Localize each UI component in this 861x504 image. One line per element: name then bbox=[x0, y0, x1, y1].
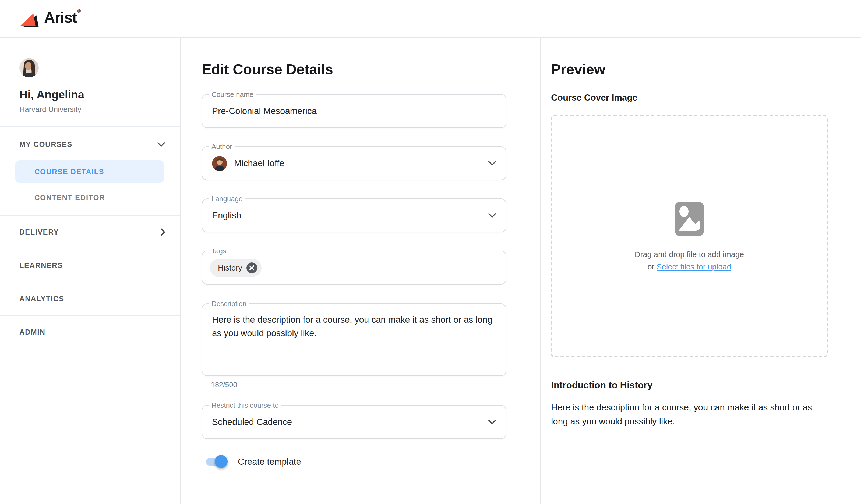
description-textarea[interactable]: Here is the description for a course, yo… bbox=[212, 313, 496, 366]
language-select[interactable]: Language English bbox=[202, 198, 506, 233]
course-name-label: Course name bbox=[209, 90, 256, 99]
author-value: Michael Ioffe bbox=[234, 158, 284, 168]
select-files-link[interactable]: Select files for upload bbox=[657, 262, 731, 271]
preview-course-title: Introduction to History bbox=[551, 380, 845, 391]
author-label: Author bbox=[209, 142, 235, 152]
description-field[interactable]: Description Here is the description for … bbox=[202, 303, 506, 376]
chevron-down-icon bbox=[488, 161, 496, 166]
dropzone-or-text: or bbox=[647, 262, 654, 271]
cover-image-label: Course Cover Image bbox=[551, 93, 845, 103]
sidebar-item-learners[interactable]: LEARNERS bbox=[0, 249, 180, 282]
arist-logo-icon bbox=[19, 12, 41, 28]
course-name-field[interactable]: Course name bbox=[202, 94, 506, 128]
page-title: Edit Course Details bbox=[202, 61, 506, 78]
sidebar-item-label: COURSE DETAILS bbox=[35, 168, 104, 176]
description-label: Description bbox=[209, 299, 249, 309]
sidebar-section-learners: LEARNERS bbox=[0, 249, 180, 282]
user-avatar bbox=[19, 58, 39, 78]
edit-course-panel: Edit Course Details Course name Author bbox=[181, 38, 541, 504]
restrict-select[interactable]: Restrict this course to Scheduled Cadenc… bbox=[202, 405, 506, 439]
cover-image-dropzone[interactable]: Drag and drop file to add image or Selec… bbox=[551, 115, 828, 357]
create-template-row: Create template bbox=[202, 454, 506, 469]
top-bar: Arist ® bbox=[0, 0, 861, 38]
restrict-label: Restrict this course to bbox=[209, 401, 282, 410]
sidebar-item-content-editor[interactable]: CONTENT EDITOR bbox=[35, 193, 164, 202]
sidebar-section-delivery: DELIVERY bbox=[0, 216, 180, 249]
sidebar-section-analytics: ANALYTICS bbox=[0, 282, 180, 316]
sidebar-item-label: ANALYTICS bbox=[19, 295, 64, 303]
sidebar-item-course-details[interactable]: COURSE DETAILS bbox=[15, 160, 164, 183]
sidebar-item-label: LEARNERS bbox=[19, 262, 63, 269]
sidebar-item-analytics[interactable]: ANALYTICS bbox=[0, 282, 180, 315]
image-placeholder-icon bbox=[675, 201, 704, 236]
sidebar-section-my-courses: MY COURSES COURSE DETAILS CONTENT EDITOR bbox=[0, 127, 180, 216]
arist-logo-text: Arist bbox=[44, 10, 77, 26]
registered-mark: ® bbox=[78, 8, 81, 14]
sidebar-item-label: DELIVERY bbox=[19, 228, 59, 236]
sidebar-item-label: ADMIN bbox=[19, 328, 45, 336]
preview-title: Preview bbox=[551, 61, 845, 78]
course-name-input[interactable] bbox=[202, 106, 506, 116]
sidebar-item-my-courses[interactable]: MY COURSES bbox=[0, 127, 180, 157]
tag-chip-history: History bbox=[210, 258, 261, 277]
tag-chip-label: History bbox=[218, 263, 242, 272]
dropzone-instruction: Drag and drop file to add image bbox=[635, 250, 744, 258]
sidebar-item-delivery[interactable]: DELIVERY bbox=[0, 216, 180, 249]
tag-remove-icon[interactable] bbox=[246, 262, 257, 273]
preview-course-description: Here is the description for a course, yo… bbox=[551, 400, 823, 428]
app-viewport: Arist ® bbox=[0, 0, 861, 504]
chevron-down-icon bbox=[157, 142, 165, 146]
profile-block: Hi, Angelina Harvard University bbox=[0, 58, 180, 113]
chevron-right-icon bbox=[160, 228, 165, 236]
create-template-toggle[interactable] bbox=[206, 454, 230, 469]
organization-text: Harvard University bbox=[19, 105, 165, 113]
dropzone-alt-line: or Select files for upload bbox=[647, 262, 731, 271]
chevron-down-icon bbox=[488, 420, 496, 424]
create-template-label: Create template bbox=[238, 457, 301, 467]
sidebar: Hi, Angelina Harvard University MY COURS… bbox=[0, 38, 181, 504]
language-label: Language bbox=[209, 194, 245, 204]
toggle-thumb bbox=[215, 455, 228, 468]
author-select[interactable]: Author Michael Ioffe bbox=[202, 146, 506, 180]
arist-logo[interactable]: Arist ® bbox=[19, 10, 81, 28]
sidebar-item-label: MY COURSES bbox=[19, 140, 72, 148]
tags-label: Tags bbox=[209, 246, 229, 256]
author-avatar bbox=[212, 156, 227, 171]
greeting-text: Hi, Angelina bbox=[19, 88, 165, 101]
language-value: English bbox=[212, 210, 241, 221]
sidebar-item-label: CONTENT EDITOR bbox=[35, 194, 105, 202]
sidebar-item-admin[interactable]: ADMIN bbox=[0, 316, 180, 349]
character-counter: 182/500 bbox=[211, 381, 506, 389]
preview-panel: Preview Course Cover Image Drag and drop… bbox=[541, 38, 861, 504]
restrict-value: Scheduled Cadence bbox=[212, 417, 292, 427]
tags-field[interactable]: Tags History bbox=[202, 251, 506, 284]
sidebar-section-admin: ADMIN bbox=[0, 316, 180, 349]
chevron-down-icon bbox=[488, 213, 496, 218]
